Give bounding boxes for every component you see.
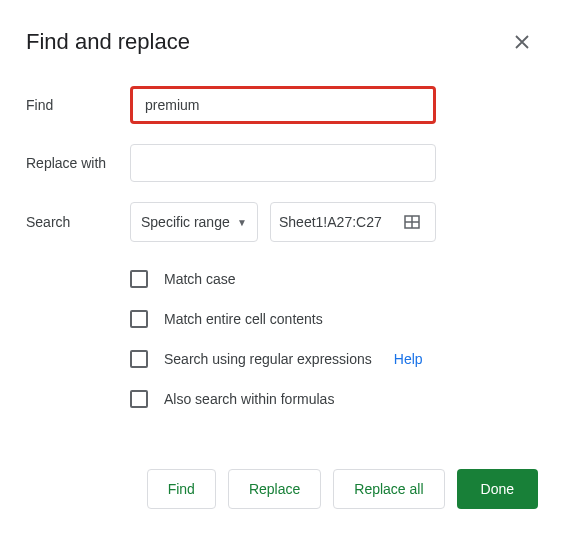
search-row: Search Specific range ▼ bbox=[26, 202, 538, 242]
match-entire-label: Match entire cell contents bbox=[164, 311, 323, 327]
search-label: Search bbox=[26, 214, 130, 230]
replace-input[interactable] bbox=[130, 144, 436, 182]
match-entire-checkbox[interactable] bbox=[130, 310, 148, 328]
regex-label: Search using regular expressions bbox=[164, 351, 372, 367]
match-case-checkbox[interactable] bbox=[130, 270, 148, 288]
find-replace-dialog: Find and replace Find Replace with Searc… bbox=[2, 2, 562, 533]
find-row: Find bbox=[26, 86, 538, 124]
range-input-wrap bbox=[270, 202, 436, 242]
match-case-row: Match case bbox=[130, 270, 538, 288]
replace-row: Replace with bbox=[26, 144, 538, 182]
scope-selected-text: Specific range bbox=[141, 214, 230, 230]
help-link[interactable]: Help bbox=[394, 351, 423, 367]
replace-all-button[interactable]: Replace all bbox=[333, 469, 444, 509]
select-range-button[interactable] bbox=[397, 213, 421, 231]
find-label: Find bbox=[26, 97, 130, 113]
chevron-down-icon: ▼ bbox=[237, 217, 247, 228]
match-case-label: Match case bbox=[164, 271, 236, 287]
close-button[interactable] bbox=[506, 26, 538, 58]
formulas-row: Also search within formulas bbox=[130, 390, 538, 408]
find-input[interactable] bbox=[130, 86, 436, 124]
match-entire-row: Match entire cell contents bbox=[130, 310, 538, 328]
formulas-checkbox[interactable] bbox=[130, 390, 148, 408]
formulas-label: Also search within formulas bbox=[164, 391, 334, 407]
close-icon bbox=[514, 34, 530, 50]
grid-icon bbox=[403, 213, 421, 231]
regex-checkbox[interactable] bbox=[130, 350, 148, 368]
options-group: Match case Match entire cell contents Se… bbox=[130, 270, 538, 408]
done-button[interactable]: Done bbox=[457, 469, 538, 509]
dialog-title: Find and replace bbox=[26, 29, 190, 55]
replace-button[interactable]: Replace bbox=[228, 469, 321, 509]
range-input[interactable] bbox=[279, 214, 397, 230]
dialog-footer: Find Replace Replace all Done bbox=[147, 469, 538, 509]
search-scope-select[interactable]: Specific range ▼ bbox=[130, 202, 258, 242]
regex-row: Search using regular expressions Help bbox=[130, 350, 538, 368]
replace-label: Replace with bbox=[26, 155, 130, 171]
find-button[interactable]: Find bbox=[147, 469, 216, 509]
dialog-header: Find and replace bbox=[26, 26, 538, 58]
